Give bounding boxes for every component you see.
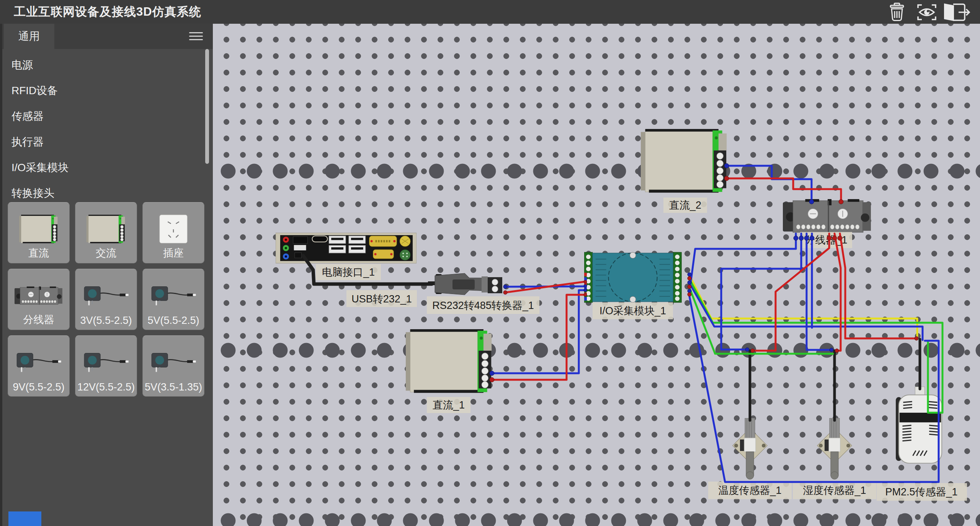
device-label: I/O采集模块_1 xyxy=(599,305,666,317)
wire-red xyxy=(753,234,829,351)
trash-button[interactable] xyxy=(885,2,909,22)
tile-dc-power[interactable]: 直流 xyxy=(8,202,70,263)
category-power[interactable]: 电源 xyxy=(2,52,205,78)
device-rs232-485-converter-1[interactable] xyxy=(428,273,502,295)
scene-overlay: 直流_2 分线器_1 电脑接口_1 USB转232_1 RS232转485转换器… xyxy=(213,24,980,526)
component-tile-grid: 直流 交流 插座 分线器 3V(5.5-2.5) 5V(5.5-2.5) xyxy=(2,202,204,397)
tile-socket[interactable]: 插座 xyxy=(142,202,204,263)
tile-label: 交流 xyxy=(75,246,137,260)
tile-adapter-12v[interactable]: 12V(5.5-2.5) xyxy=(75,335,137,397)
socket-thumbnail xyxy=(158,214,189,245)
tile-adapter-5v[interactable]: 5V(5.5-2.5) xyxy=(142,269,204,330)
title-bar: 工业互联网设备及接线3D仿真系统 xyxy=(0,0,980,24)
device-label: 湿度传感器_1 xyxy=(803,485,866,496)
tab-general[interactable]: 通用 xyxy=(4,24,54,49)
exit-door-icon xyxy=(942,3,971,22)
tile-ac-power[interactable]: 交流 xyxy=(75,202,137,263)
wire-blue xyxy=(727,166,812,202)
wire-yellow xyxy=(689,274,917,339)
sidebar-scrollbar[interactable] xyxy=(205,49,209,164)
tile-label: 3V(5.5-2.5) xyxy=(75,315,137,327)
wire-connectors xyxy=(490,163,918,382)
splitter-thumbnail xyxy=(15,286,63,305)
tile-label: 分线器 xyxy=(8,313,69,327)
adapter-thumbnail xyxy=(148,349,199,376)
tile-label: 直流 xyxy=(8,246,69,260)
bottom-left-blue-chip[interactable] xyxy=(8,511,41,526)
tile-label: 5V(3.5-1.35) xyxy=(143,381,204,393)
app-window: 工业互联网设备及接线3D仿真系统 xyxy=(0,0,980,526)
wire-blue xyxy=(807,234,831,350)
wire-red xyxy=(835,234,841,351)
exit-button[interactable] xyxy=(941,2,972,22)
device-label: 温度传感器_1 xyxy=(718,485,781,496)
wire-blue xyxy=(691,234,796,283)
sidebar-tab-row: 通用 xyxy=(2,24,213,49)
device-temperature-sensor-1[interactable] xyxy=(733,418,768,479)
hamburger-icon[interactable] xyxy=(189,32,203,41)
tile-label: 12V(5.5-2.5) xyxy=(75,381,137,393)
device-label: USB转232_1 xyxy=(351,293,412,305)
category-io-module[interactable]: I/O采集模块 xyxy=(2,155,205,180)
device-splitter-1[interactable] xyxy=(783,199,871,232)
component-sidebar: 通用 电源 RFID设备 传感器 执行器 I/O采集模块 转换接头 直流 交流 … xyxy=(0,24,213,526)
view-eye-icon xyxy=(916,3,937,22)
device-dc-power-1[interactable] xyxy=(406,329,492,393)
category-list: 电源 RFID设备 传感器 执行器 I/O采集模块 转换接头 xyxy=(2,52,205,206)
wire-green xyxy=(689,278,942,413)
adapter-thumbnail xyxy=(148,283,199,309)
device-label: 直流_1 xyxy=(433,399,465,411)
adapter-thumbnail xyxy=(13,349,64,376)
device-label: 直流_2 xyxy=(669,199,701,211)
tile-splitter[interactable]: 分线器 xyxy=(8,269,70,330)
trash-icon xyxy=(888,3,906,22)
device-humidity-sensor-1[interactable] xyxy=(817,418,852,479)
device-pc-rear-panel-1[interactable] xyxy=(276,233,416,263)
tile-adapter-9v[interactable]: 9V(5.5-2.5) xyxy=(8,335,70,397)
device-dc-power-2[interactable] xyxy=(641,129,727,193)
app-title: 工业互联网设备及接线3D仿真系统 xyxy=(14,0,201,24)
adapter-thumbnail xyxy=(81,283,131,309)
view-button[interactable] xyxy=(915,2,939,22)
tile-label: 插座 xyxy=(143,246,204,260)
dc-power-thumbnail xyxy=(19,214,59,244)
ac-power-thumbnail xyxy=(86,214,126,244)
device-label: PM2.5传感器_1 xyxy=(885,486,957,498)
canvas-3d-viewport[interactable]: 直流_2 分线器_1 电脑接口_1 USB转232_1 RS232转485转换器… xyxy=(213,24,980,526)
adapter-thumbnail xyxy=(81,349,131,376)
tile-label: 5V(5.5-2.5) xyxy=(143,315,204,327)
category-rfid[interactable]: RFID设备 xyxy=(2,78,205,103)
tile-label: 9V(5.5-2.5) xyxy=(8,381,69,393)
device-label: RS232转485转换器_1 xyxy=(432,300,534,311)
tile-adapter-3v[interactable]: 3V(5.5-2.5) xyxy=(75,269,137,330)
category-sensor[interactable]: 传感器 xyxy=(2,103,205,129)
device-label: 电脑接口_1 xyxy=(322,266,375,278)
tile-adapter-5v-small[interactable]: 5V(3.5-1.35) xyxy=(142,335,204,397)
device-pm25-sensor-1[interactable] xyxy=(896,387,942,463)
wire-red xyxy=(727,178,841,202)
device-io-module-1[interactable] xyxy=(584,252,681,302)
wire-blue xyxy=(721,234,801,350)
category-actuator[interactable]: 执行器 xyxy=(2,129,205,155)
